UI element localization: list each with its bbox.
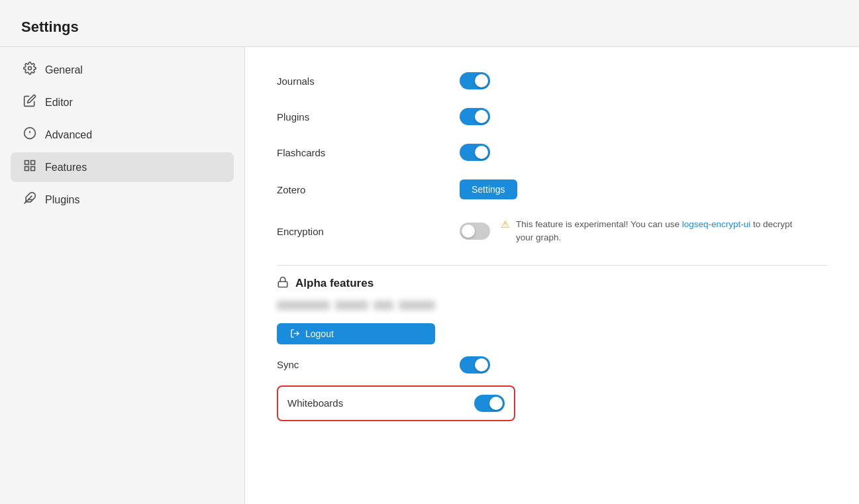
blur-block-3 xyxy=(374,301,393,310)
alpha-user-row: Logout xyxy=(277,294,827,347)
sidebar-label-general: General xyxy=(45,64,83,76)
journals-toggle[interactable] xyxy=(460,72,490,89)
sidebar-label-editor: Editor xyxy=(45,97,73,109)
sidebar-item-advanced[interactable]: Advanced xyxy=(11,120,234,150)
journals-control xyxy=(460,72,490,89)
plugins-toggle[interactable] xyxy=(460,108,490,125)
blur-block-4 xyxy=(399,301,435,310)
encryption-row: Encryption ⚠ This feature is experimenta… xyxy=(277,209,827,254)
page-title: Settings xyxy=(0,0,859,46)
encryption-link[interactable]: logseq-encrypt-ui xyxy=(682,219,751,229)
sidebar-item-general[interactable]: General xyxy=(11,55,234,85)
alpha-features-title: Alpha features xyxy=(295,277,374,290)
encryption-toggle[interactable] xyxy=(460,223,490,240)
editor-icon xyxy=(23,94,37,111)
blur-block-2 xyxy=(335,301,368,310)
encryption-label: Encryption xyxy=(277,226,449,237)
blurred-user-info xyxy=(277,301,435,310)
whiteboards-toggle[interactable] xyxy=(474,395,505,412)
flashcards-label: Flashcards xyxy=(277,147,449,158)
logout-button[interactable]: Logout xyxy=(277,323,435,344)
plugins-control xyxy=(460,108,490,125)
sidebar-label-features: Features xyxy=(45,162,87,174)
zotero-row: Zotero Settings xyxy=(277,170,827,209)
sidebar-label-advanced: Advanced xyxy=(45,129,92,141)
sync-toggle[interactable] xyxy=(460,356,490,374)
flashcards-toggle[interactable] xyxy=(460,144,490,161)
plugins-row: Plugins xyxy=(277,99,827,134)
flashcards-row: Flashcards xyxy=(277,134,827,170)
alpha-features-header: Alpha features xyxy=(277,276,827,291)
lock-icon xyxy=(277,276,289,291)
plugins-icon xyxy=(23,191,37,208)
zotero-control: Settings xyxy=(460,179,517,199)
section-divider xyxy=(277,265,827,266)
zotero-settings-button[interactable]: Settings xyxy=(460,179,517,199)
sync-row: Sync xyxy=(277,347,827,383)
warning-icon: ⚠ xyxy=(501,219,509,230)
logout-icon xyxy=(290,328,300,338)
flashcards-control xyxy=(460,144,490,161)
sync-control xyxy=(460,356,490,374)
plugins-label: Plugins xyxy=(277,111,449,123)
svg-point-0 xyxy=(28,67,32,70)
svg-rect-7 xyxy=(25,167,29,171)
zotero-label: Zotero xyxy=(277,184,449,195)
main-content: Journals Plugins xyxy=(245,47,859,504)
sync-label: Sync xyxy=(277,359,449,370)
sidebar-item-editor[interactable]: Editor xyxy=(11,87,234,117)
advanced-icon xyxy=(23,126,37,143)
svg-rect-6 xyxy=(31,167,35,171)
journals-label: Journals xyxy=(277,76,449,87)
encryption-text: This feature is experimental! You can us… xyxy=(516,218,794,245)
blur-block-1 xyxy=(277,301,330,310)
encryption-note: ⚠ This feature is experimental! You can … xyxy=(501,218,794,245)
whiteboards-row: Whiteboards xyxy=(277,385,515,421)
svg-rect-10 xyxy=(278,281,287,287)
journals-row: Journals xyxy=(277,63,827,99)
whiteboards-label: Whiteboards xyxy=(287,397,464,409)
sidebar-label-plugins: Plugins xyxy=(45,194,79,206)
encryption-control: ⚠ This feature is experimental! You can … xyxy=(460,218,794,245)
svg-rect-5 xyxy=(31,161,35,165)
sidebar-item-plugins[interactable]: Plugins xyxy=(11,185,234,215)
svg-rect-4 xyxy=(25,161,29,165)
general-icon xyxy=(23,62,37,78)
sidebar-item-features[interactable]: Features xyxy=(11,152,234,182)
features-icon xyxy=(23,159,37,176)
sidebar: General Editor xyxy=(0,47,245,504)
